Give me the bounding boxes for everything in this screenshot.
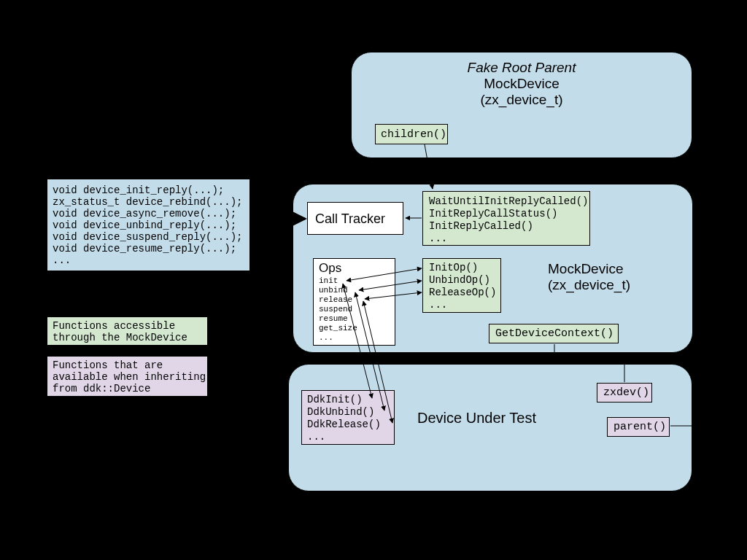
parent-label: parent()	[614, 421, 666, 433]
api-list-text: void device_init_reply(...); zx_status_t…	[53, 184, 242, 266]
ops-items: init unbind release suspend resume get_s…	[319, 276, 357, 343]
call-tracker-label: Call Tracker	[315, 211, 385, 227]
mockdevice-sub: (zx_device_t)	[548, 277, 630, 293]
fake-root-title2: MockDevice	[351, 76, 692, 92]
dut-title: Device Under Test	[417, 410, 536, 427]
mockdevice-title: MockDevice	[548, 261, 623, 277]
fake-root-title: Fake Root Parent	[351, 60, 692, 76]
ddk-fns-text: DdkInit() DdkUnbind() DdkRelease() ...	[307, 394, 381, 443]
tracker-fns-text: WaitUntilInitReplyCalled() InitReplyCall…	[429, 195, 588, 245]
zxdev-label: zxdev()	[603, 386, 649, 399]
legend-purple-text: Functions that are available when inheri…	[53, 359, 206, 394]
ops-fns-text: InitOp() UnbindOp() ReleaseOp() ...	[429, 262, 496, 311]
legend-green-text: Functions accessible through the MockDev…	[53, 320, 187, 343]
get-device-context-label: GetDeviceContext()	[495, 327, 614, 340]
fake-root-title3: (zx_device_t)	[351, 92, 692, 108]
children-fn-label: children()	[381, 128, 446, 141]
ops-title: Ops	[319, 261, 341, 276]
